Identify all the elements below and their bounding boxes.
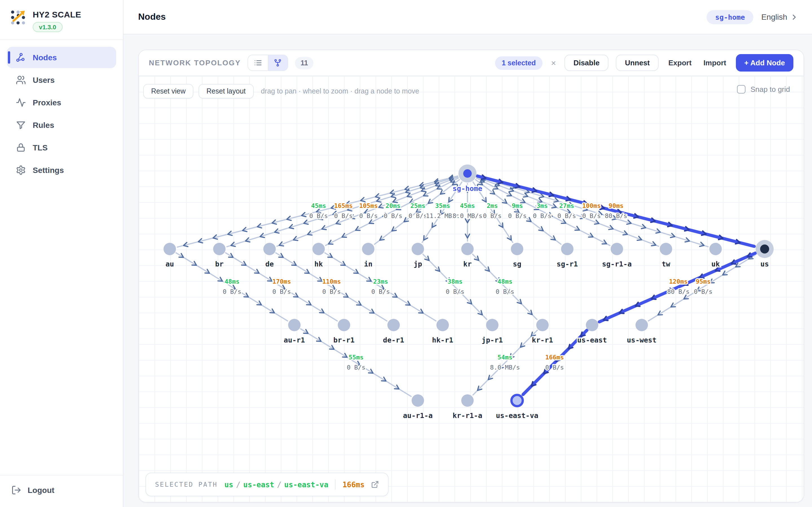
node-label-jp-r1: jp-r1 [481, 336, 503, 344]
topology-canvas[interactable]: 45ms0 B/s165ms0 B/s105ms0 B/s20ms0 B/s25… [139, 76, 804, 502]
edge-bandwidth-label: 0 B/s [359, 212, 378, 219]
edge-bandwidth-label: 80 B/s [605, 212, 627, 219]
sidebar-item-label: Nodes [33, 53, 57, 62]
snap-checkbox[interactable] [737, 85, 746, 94]
add-node-button[interactable]: + Add Node [736, 54, 794, 71]
topology-edge-sg-home-hk[interactable] [326, 178, 458, 245]
edge-bandwidth-label: 0 B/s [384, 212, 402, 219]
topology-node-au[interactable]: au [163, 243, 176, 268]
edge-bandwidth-label: 0 B/s [694, 288, 712, 295]
edge-bandwidth-label: 0 B/s [446, 288, 464, 295]
topology-edge-sg-home-sg-r1-a[interactable] [476, 178, 610, 245]
path-latency: 166ms [343, 480, 364, 489]
node-label-sg-home: sg-home [453, 184, 482, 193]
topology-toolbar: NETWORK TOPOLOGY [139, 50, 804, 76]
edge-bandwidth-label: 8.0 MB/s [490, 364, 520, 371]
snap-to-grid-toggle[interactable]: Snap to grid [737, 85, 790, 94]
sidebar-nav: Nodes Users Proxies [0, 40, 123, 189]
sidebar-spacer [0, 189, 123, 475]
node-label-in: in [364, 260, 372, 268]
gear-icon [16, 165, 26, 175]
list-view-button[interactable] [248, 55, 268, 70]
edge-latency-label: 48ms [225, 278, 240, 285]
topology-node-br[interactable]: br [213, 243, 225, 268]
export-button[interactable]: Export [666, 55, 694, 70]
edge-latency-label: 170ms [272, 278, 291, 285]
topology-view-button[interactable] [268, 55, 288, 70]
topology-edge-kr-kr-r1[interactable] [472, 255, 537, 320]
topology-node-hk[interactable]: hk [312, 243, 325, 268]
topology-node-tw[interactable]: tw [660, 243, 672, 268]
selection-count-badge: 1 selected [495, 56, 543, 69]
topology-node-kr-r1[interactable]: kr-r1 [532, 319, 553, 344]
topology-node-br-r1[interactable]: br-r1 [333, 319, 354, 344]
topology-edge-sg-home-au[interactable] [177, 176, 458, 247]
edge-latency-label: 110ms [322, 278, 341, 285]
topology-title: NETWORK TOPOLOGY [149, 59, 241, 67]
node-label-us-east: us-east [577, 336, 607, 344]
node-label-kr-r1: kr-r1 [532, 336, 553, 344]
topology-edge-sg-home-tw[interactable] [477, 177, 659, 246]
canvas-hint: drag to pan · wheel to zoom · drag a nod… [259, 87, 419, 95]
logout-button[interactable]: Logout [0, 475, 123, 507]
sidebar-item-rules[interactable]: Rules [7, 114, 116, 136]
node-label-tw: tw [662, 260, 670, 268]
topology-node-us-east-va[interactable]: us-east-va [496, 395, 539, 420]
app-window: HY2 SCALE v1.3.0 Nodes [0, 0, 812, 507]
topology-node-jp-r1[interactable]: jp-r1 [481, 319, 503, 344]
topology-node-us[interactable]: us [756, 240, 774, 268]
node-label-sg-r1: sg-r1 [557, 260, 578, 268]
disable-button[interactable]: Disable [564, 55, 609, 71]
edge-latency-label: 100ms [582, 202, 601, 209]
canvas-controls: Reset view Reset layout drag to pan · wh… [143, 84, 419, 99]
app-name: HY2 SCALE [33, 8, 81, 19]
sidebar-item-label: Proxies [33, 98, 61, 107]
reset-view-button[interactable]: Reset view [143, 84, 193, 99]
sidebar-item-tls[interactable]: TLS [7, 137, 116, 158]
list-icon [254, 59, 262, 67]
topology-node-de-r1[interactable]: de-r1 [383, 319, 404, 344]
topology-edge-sg-home-de[interactable] [277, 177, 458, 246]
logo-row: HY2 SCALE v1.3.0 [0, 0, 123, 40]
edge-latency-label: 23ms [373, 278, 388, 285]
topology-node-kr-r1-a[interactable]: kr-r1-a [453, 394, 482, 420]
node-label-sg: sg [513, 260, 521, 268]
topology-node-sg-r1[interactable]: sg-r1 [557, 243, 578, 268]
sidebar-item-nodes[interactable]: Nodes [7, 47, 116, 68]
clear-selection-button[interactable]: × [550, 59, 557, 67]
topology-node-au-r1[interactable]: au-r1 [284, 319, 305, 344]
sidebar-item-proxies[interactable]: Proxies [7, 92, 116, 113]
edge-latency-label: 25ms [410, 202, 425, 209]
node-label-au: au [165, 260, 174, 268]
topology-icon [274, 59, 282, 67]
external-link-icon[interactable] [371, 481, 379, 489]
sidebar-item-settings[interactable]: Settings [7, 159, 116, 181]
topology-node-hk-r1[interactable]: hk-r1 [432, 319, 453, 344]
topology-node-sg-r1-a[interactable]: sg-r1-a [602, 243, 631, 268]
topology-node-jp[interactable]: jp [412, 243, 424, 268]
unnest-button[interactable]: Unnest [616, 55, 659, 71]
edge-latency-label: 90ms [609, 202, 624, 209]
import-button[interactable]: Import [701, 55, 728, 70]
activity-icon [16, 98, 26, 108]
edge-latency-label: 120ms [669, 278, 688, 285]
node-label-jp: jp [414, 260, 422, 268]
topology-node-de[interactable]: de [263, 243, 276, 268]
node-label-kr-r1-a: kr-r1-a [453, 411, 482, 420]
reset-layout-button[interactable]: Reset layout [199, 84, 253, 99]
current-node-badge[interactable]: sg-home [707, 10, 753, 24]
topology-node-kr[interactable]: kr [461, 243, 474, 268]
edge-bandwidth-label: 0 B/s [557, 212, 576, 219]
node-label-hk-r1: hk-r1 [432, 336, 453, 344]
edge-bandwidth-label: 0 B/s [371, 288, 390, 295]
topology-node-sg[interactable]: sg [511, 243, 523, 268]
topology-node-in[interactable]: in [362, 243, 374, 268]
topology-edge-jp-jp-r1[interactable] [423, 255, 487, 320]
topology-node-au-r1-a[interactable]: au-r1-a [403, 394, 433, 420]
sidebar-item-users[interactable]: Users [7, 69, 116, 91]
edge-latency-label: 2ms [487, 202, 498, 209]
topology-node-uk[interactable]: uk [709, 243, 722, 268]
edge-bandwidth-label: 0 B/s [409, 212, 427, 219]
language-selector[interactable]: English [761, 12, 799, 21]
topology-node-us-west[interactable]: us-west [627, 319, 656, 344]
